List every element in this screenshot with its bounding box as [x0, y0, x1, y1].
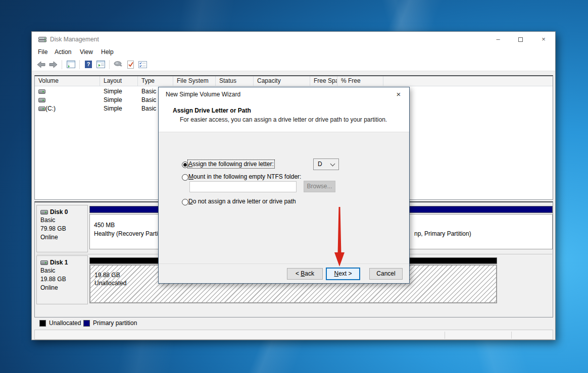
disk0-partition-size: 450 MB: [94, 222, 115, 229]
back-button[interactable]: < Back: [287, 268, 323, 280]
pointer-tool-icon[interactable]: [113, 60, 123, 69]
close-button[interactable]: ×: [535, 32, 552, 47]
help-icon[interactable]: ?: [83, 60, 93, 69]
red-annotation-arrow: [333, 207, 346, 269]
legend-unallocated-label: Unallocated: [49, 319, 81, 327]
drive-letter-value: D: [318, 161, 322, 168]
disk1-partition-size: 19.88 GB: [94, 272, 120, 279]
console-show-icon[interactable]: [95, 60, 106, 69]
volume-layout: Simple: [104, 96, 122, 103]
checklist-icon[interactable]: [137, 60, 148, 69]
new-simple-volume-wizard-dialog: New Simple Volume Wizard × Assign Drive …: [158, 87, 410, 284]
console-window-icon[interactable]: [66, 60, 76, 69]
disk1-label[interactable]: Disk 1 Basic 19.88 GB Online: [36, 255, 88, 304]
legend-unallocated: Unallocated: [39, 319, 82, 328]
dialog-header: Assign Drive Letter or Path For easier a…: [159, 101, 409, 132]
column-freespace[interactable]: Free Spa...: [310, 76, 337, 86]
menu-help[interactable]: Help: [100, 48, 115, 57]
column-status[interactable]: Status: [216, 76, 254, 86]
radio-assign-drive-letter[interactable]: [182, 162, 188, 168]
check-document-icon[interactable]: [125, 60, 135, 69]
menu-bar: File Action View Help: [32, 47, 555, 58]
legend-primary-partition-label: Primary partition: [93, 319, 137, 327]
statusbar-separator: [445, 332, 445, 339]
maximize-icon: [518, 37, 523, 42]
dialog-description: For easier access, you can assign a driv…: [180, 116, 387, 123]
volume-list-header: Volume Layout Type File System Status Ca…: [35, 76, 553, 86]
disk1-size: 19.88 GB: [40, 276, 87, 283]
column-capacity[interactable]: Capacity: [254, 76, 310, 86]
primary-partition-swatch: [83, 320, 90, 327]
disk0-label[interactable]: Disk 0 Basic 79.98 GB Online: [36, 205, 88, 252]
radio-assign-drive-letter-label[interactable]: Assign the following drive letter:: [188, 161, 274, 168]
column-layout[interactable]: Layout: [100, 76, 138, 86]
next-button[interactable]: Next >: [326, 268, 360, 280]
maximize-button[interactable]: [512, 32, 529, 47]
radio-mount-ntfs-folder-label[interactable]: Mount in the following empty NTFS folder…: [188, 173, 301, 180]
forward-icon[interactable]: [48, 60, 58, 69]
menu-file[interactable]: File: [37, 48, 48, 57]
column-percentfree[interactable]: % Free: [337, 76, 383, 86]
volume-icon: [38, 98, 45, 102]
disk1-status: Online: [40, 284, 87, 292]
desktop-wallpaper: Disk Management – × File Action View Hel…: [0, 0, 588, 373]
title-bar[interactable]: Disk Management – ×: [32, 32, 555, 47]
volume-name: (C:): [45, 105, 56, 112]
volume-type: Basic: [141, 96, 156, 103]
drive-letter-dropdown[interactable]: D: [313, 158, 339, 170]
disk0-size: 79.98 GB: [40, 225, 87, 233]
column-type[interactable]: Type: [138, 76, 173, 86]
browse-button[interactable]: Browse...: [304, 181, 335, 192]
cancel-button[interactable]: Cancel: [369, 268, 403, 280]
toolbar-separator: [79, 60, 80, 69]
volume-type: Basic: [141, 105, 156, 112]
radio-no-drive-letter-label[interactable]: Do not assign a drive letter or drive pa…: [188, 198, 296, 205]
toolbar: ?: [32, 58, 555, 71]
volume-icon: [38, 89, 45, 94]
column-filesystem[interactable]: File System: [173, 76, 216, 86]
menu-view[interactable]: View: [79, 48, 94, 57]
disk1-icon: [40, 260, 48, 265]
disk0-icon: [40, 210, 48, 215]
dialog-separator: [159, 263, 409, 264]
disk-management-app-icon: [38, 36, 46, 42]
column-volume[interactable]: Volume: [35, 76, 100, 86]
toolbar-separator: [62, 60, 62, 69]
volume-layout: Simple: [104, 88, 122, 95]
disk0-partition2-status-fragment: np, Primary Partition): [414, 230, 471, 237]
volume-type: Basic: [141, 88, 156, 95]
dialog-title-bar[interactable]: New Simple Volume Wizard ×: [159, 87, 409, 101]
back-icon[interactable]: [36, 60, 46, 69]
unallocated-swatch: [39, 320, 46, 327]
menu-action[interactable]: Action: [54, 48, 72, 57]
mount-folder-input[interactable]: [189, 181, 297, 192]
dialog-heading: Assign Drive Letter or Path: [173, 107, 251, 114]
window-title: Disk Management: [50, 36, 99, 43]
volume-icon: [38, 106, 45, 111]
disk0-kind: Basic: [40, 217, 87, 224]
radio-mount-ntfs-folder[interactable]: [182, 174, 188, 181]
dialog-close-icon[interactable]: ×: [393, 89, 404, 99]
status-bar: [34, 330, 553, 340]
disk0-status: Online: [40, 234, 87, 241]
toolbar-separator: [109, 60, 110, 69]
chevron-down-icon: [330, 162, 335, 167]
statusbar-separator: [511, 332, 512, 339]
disk1-name: Disk 1: [50, 259, 87, 266]
volume-layout: Simple: [104, 105, 122, 112]
disk0-name: Disk 0: [50, 208, 87, 216]
disk0-partition-status: Healthy (Recovery Partitio: [94, 230, 164, 237]
disk1-partition-status: Unallocated: [94, 280, 126, 287]
minimize-button[interactable]: –: [489, 32, 507, 47]
dialog-title: New Simple Volume Wizard: [166, 91, 240, 98]
legend-primary-partition: Primary partition: [83, 319, 149, 328]
disk1-kind: Basic: [40, 267, 87, 275]
radio-no-drive-letter[interactable]: [182, 199, 188, 205]
